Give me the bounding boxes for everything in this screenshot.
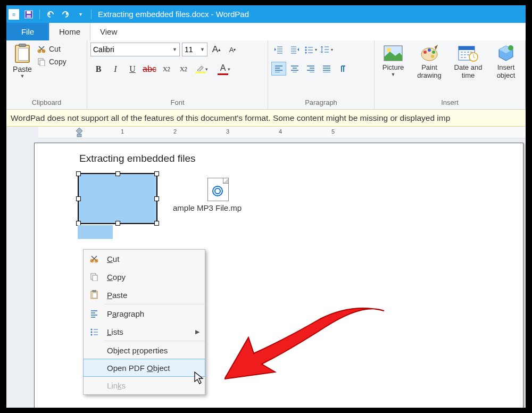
embedded-mp3-object[interactable]: ample MP3 File.mp <box>194 178 242 212</box>
align-left-button[interactable] <box>271 62 286 76</box>
picture-button[interactable]: Picture▼ <box>378 43 409 77</box>
list-icon <box>89 326 99 337</box>
copy-icon <box>37 57 46 66</box>
svg-point-8 <box>305 49 307 51</box>
svg-point-20 <box>508 45 513 51</box>
group-label: Insert <box>378 97 522 109</box>
ribbon: Paste ▼ Cut Copy Clipboard <box>6 40 526 110</box>
mouse-cursor-icon <box>194 371 204 385</box>
shrink-font-button[interactable]: A▾ <box>226 43 239 56</box>
separator <box>39 10 40 19</box>
bold-button[interactable]: B <box>90 62 106 77</box>
increase-indent-button[interactable] <box>287 43 302 56</box>
titlebar: ≡ ▾ Extracting embedded files.docx - Wor… <box>6 5 526 23</box>
file-icon <box>207 178 229 201</box>
paste-icon <box>89 290 99 300</box>
svg-rect-25 <box>93 275 97 281</box>
clipboard-group: Paste ▼ Cut Copy Clipboard <box>6 40 87 109</box>
insert-object-button[interactable]: Insert object <box>492 43 520 80</box>
paragraph-group: ▾ ▾ Paragraph <box>268 40 375 109</box>
superscript-button[interactable]: X2 <box>176 62 192 77</box>
svg-rect-6 <box>40 60 45 66</box>
group-label: Paragraph <box>271 97 371 109</box>
svg-point-16 <box>431 55 434 58</box>
svg-rect-21 <box>77 134 81 137</box>
svg-point-15 <box>432 51 435 54</box>
paragraph-icon <box>89 308 99 319</box>
paint-drawing-button[interactable]: Paint drawing <box>414 43 445 80</box>
justify-button[interactable] <box>319 62 334 76</box>
underline-button[interactable]: U <box>124 62 140 77</box>
align-right-button[interactable] <box>303 62 318 76</box>
ctx-cut[interactable]: Cut <box>84 250 205 268</box>
copy-button[interactable]: Copy <box>37 55 66 68</box>
svg-rect-2 <box>27 15 31 18</box>
undo-icon[interactable] <box>44 8 57 21</box>
italic-button[interactable]: I <box>107 62 123 77</box>
svg-point-11 <box>387 48 391 52</box>
ruler[interactable]: 1 2 3 4 5 <box>38 127 526 138</box>
cut-button[interactable]: Cut <box>37 43 66 55</box>
font-color-button[interactable]: A▾ <box>215 62 231 77</box>
date-time-button[interactable]: Date and time <box>450 43 486 80</box>
svg-point-7 <box>305 47 307 48</box>
align-center-button[interactable] <box>287 62 302 76</box>
svg-point-13 <box>423 51 427 54</box>
paste-button[interactable]: Paste ▼ <box>10 43 35 79</box>
document-heading: Extracting embedded files <box>79 153 196 164</box>
ctx-object-properties[interactable]: Object properties <box>84 341 205 359</box>
svg-point-14 <box>428 48 431 52</box>
svg-point-30 <box>91 332 93 333</box>
chevron-right-icon: ▶ <box>195 328 200 335</box>
grow-font-button[interactable]: A▴ <box>210 43 223 56</box>
line-spacing-button[interactable]: ▾ <box>319 43 334 56</box>
selected-embedded-object[interactable] <box>78 173 157 224</box>
selection-highlight <box>78 225 113 239</box>
svg-rect-18 <box>459 46 475 50</box>
svg-point-9 <box>305 52 307 54</box>
ctx-paste[interactable]: Paste <box>84 286 205 304</box>
bullet-list-button[interactable]: ▾ <box>303 43 318 56</box>
font-size-combo[interactable]: 11▼ <box>182 43 207 56</box>
insert-group: Picture▼ Paint drawing Date and time Ins… <box>375 40 526 109</box>
compatibility-warning: WordPad does not support all of the feat… <box>6 110 526 127</box>
ribbon-tabs: File Home View <box>6 23 526 40</box>
ctx-open-pdf-object[interactable]: Open PDF Object <box>83 359 205 377</box>
home-tab[interactable]: Home <box>49 23 90 40</box>
save-icon[interactable] <box>22 8 35 21</box>
ctx-copy[interactable]: Copy <box>84 268 205 286</box>
svg-rect-27 <box>93 290 96 292</box>
view-tab[interactable]: View <box>90 23 127 40</box>
redo-icon[interactable] <box>59 8 72 21</box>
ctx-paragraph[interactable]: Paragraph <box>84 304 205 323</box>
quick-access-toolbar: ▾ <box>22 8 94 21</box>
app-icon: ≡ <box>9 9 19 20</box>
paste-icon <box>13 44 32 65</box>
ctx-lists[interactable]: Lists ▶ <box>84 323 205 341</box>
picture-icon <box>378 43 409 64</box>
paragraph-dialog-button[interactable] <box>335 62 350 76</box>
file-tab[interactable]: File <box>6 23 49 40</box>
svg-point-29 <box>91 329 93 331</box>
indent-marker-icon[interactable] <box>76 128 83 137</box>
font-name-combo[interactable]: Calibri▼ <box>90 43 180 56</box>
group-label: Clipboard <box>10 97 84 109</box>
scissors-icon <box>89 253 99 264</box>
scissors-icon <box>37 45 46 53</box>
object-icon <box>492 43 520 64</box>
separator <box>91 10 92 19</box>
ctx-links: Links <box>84 376 205 394</box>
svg-rect-28 <box>93 293 97 298</box>
group-label: Font <box>90 97 264 109</box>
copy-icon <box>89 271 99 282</box>
qat-dropdown-icon[interactable]: ▾ <box>74 8 87 21</box>
window-title: Extracting embedded files.docx - WordPad <box>98 10 249 19</box>
svg-point-31 <box>91 334 93 336</box>
strikethrough-button[interactable]: abc <box>142 62 157 77</box>
annotation-arrow <box>225 300 395 385</box>
subscript-button[interactable]: X2 <box>159 62 174 77</box>
decrease-indent-button[interactable] <box>271 43 286 56</box>
palette-icon <box>414 43 445 64</box>
highlight-button[interactable]: ▾ <box>193 62 209 77</box>
chevron-down-icon: ▼ <box>10 73 35 79</box>
